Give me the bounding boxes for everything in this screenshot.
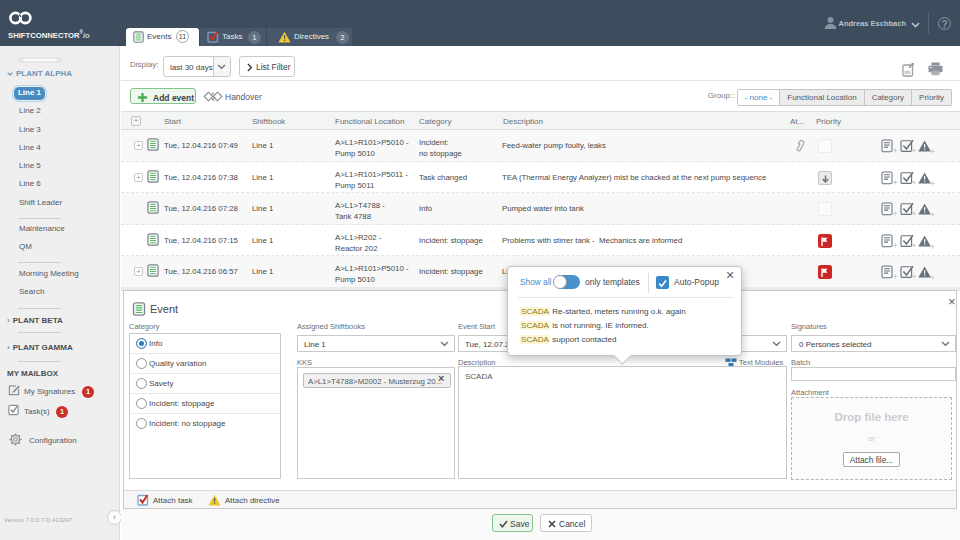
svg-text:xls: xls (904, 70, 911, 75)
